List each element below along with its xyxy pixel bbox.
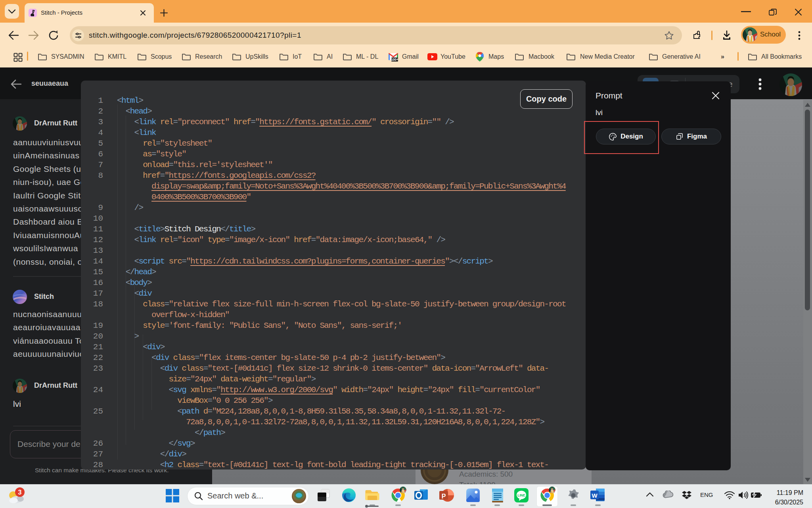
svg-text:LINE: LINE bbox=[517, 493, 525, 497]
svg-text:W: W bbox=[592, 492, 598, 499]
svg-text:P: P bbox=[442, 493, 446, 500]
svg-text:100+: 100+ bbox=[391, 58, 398, 62]
svg-text:3: 3 bbox=[18, 489, 22, 496]
